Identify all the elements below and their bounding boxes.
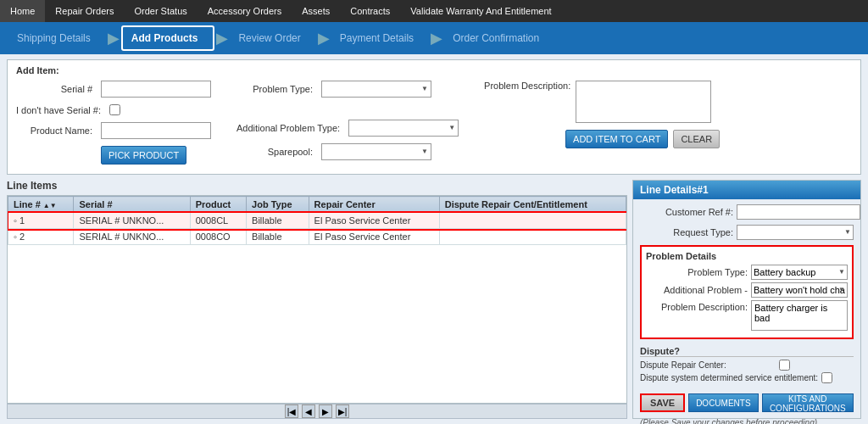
col-product: Product [190,197,246,213]
add-item-title: Add Item: [16,65,852,75]
line-items-table: Line # ▲▼ Serial # Product Job Type Repa… [8,196,626,245]
cell-serial: SERIAL # UNKNO... [74,213,190,229]
line-items-section: Line Items Line # ▲▼ Serial # Product Jo… [7,180,627,419]
detail-actions: SAVE DOCUMENTS KITS AND CONFIGURATIONS [640,393,854,412]
dispute-repair-checkbox[interactable] [779,360,790,371]
pd-additional-row: Additional Problem - Battery won't hold … [646,282,848,298]
cell-dispute [439,229,626,245]
product-name-input[interactable] [101,122,211,139]
table-row[interactable]: ◦ 2 SERIAL # UNKNO... 0008CO Billable El… [8,229,626,245]
dispute-title: Dispute? [640,346,854,357]
kits-button[interactable]: KITS AND CONFIGURATIONS [762,393,854,412]
pd-problem-type-select[interactable]: Battery backup [751,265,848,280]
line-items-table-container[interactable]: Line # ▲▼ Serial # Product Job Type Repa… [7,195,627,404]
no-serial-checkbox[interactable] [109,104,120,115]
cell-line: ◦ 2 [8,229,74,245]
dispute-repair-row: Dispute Repair Center: [640,360,854,371]
cell-serial: SERIAL # UNKNO... [74,229,190,245]
nav-validate-warranty[interactable]: Validate Warranty And Entitlement [400,0,561,22]
line-items-title: Line Items [7,180,627,192]
problem-desc-label: Problem Description: [484,81,570,91]
serial-input[interactable] [101,81,211,98]
top-navigation: Home Repair Orders Order Status Accessor… [0,0,868,22]
col-job-type: Job Type [247,197,309,213]
col-line: Line # ▲▼ [8,197,74,213]
cell-dispute [439,213,626,229]
additional-problem-select[interactable] [348,120,459,137]
col-serial: Serial # [74,197,190,213]
problem-desc-textarea[interactable] [576,81,711,123]
problem-type-select[interactable] [321,81,431,98]
sparepool-label: Sparepool: [236,147,313,157]
documents-button[interactable]: DOCUMENTS [688,393,758,412]
col-dispute: Dispute Repair Cent/Entitlement [439,197,626,213]
pd-desc-textarea[interactable]: Battery charger is bad [751,300,848,331]
request-type-select[interactable] [737,225,854,240]
nav-repair-orders[interactable]: Repair Orders [45,0,124,22]
sparepool-select[interactable] [321,143,431,160]
table-row[interactable]: ◦ 1 SERIAL # UNKNO... 0008CL Billable El… [8,213,626,229]
problem-type-label: Problem Type: [236,84,313,94]
nav-assets[interactable]: Assets [292,0,340,22]
pd-desc-label: Problem Description: [646,300,748,312]
sort-icon-line: ▲▼ [43,202,57,209]
cell-job-type: Billable [247,229,309,245]
wizard-arrow-4: ▶ [431,29,442,47]
nav-contracts[interactable]: Contracts [340,0,400,22]
request-type-label: Request Type: [640,227,733,237]
wizard-steps: Shipping Details ▶ Add Products ▶ Review… [0,22,868,54]
step-confirmation[interactable]: Order Confirmation [444,25,554,51]
col-repair-center: Repair Center [309,197,439,213]
cell-repair-center: El Paso Service Center [309,229,439,245]
no-serial-label: I don't have Serial #: [16,105,101,115]
step-shipping[interactable]: Shipping Details [8,25,106,51]
save-button[interactable]: SAVE [640,393,685,412]
save-note: (Please Save your changes before proceed… [640,418,854,424]
request-type-select-wrap [737,225,854,240]
step-add-products[interactable]: Add Products [121,25,215,51]
add-to-cart-button[interactable]: ADD ITEM TO CART [565,130,668,148]
step-payment[interactable]: Payment Details [331,25,429,51]
nav-order-status[interactable]: Order Status [124,0,197,22]
main-content: Add Item: Serial # I don't have Serial #… [0,54,868,424]
page-next[interactable]: ▶ [319,404,332,418]
dispute-repair-label: Dispute Repair Center: [640,360,776,370]
cell-job-type: Billable [247,213,309,229]
wizard-arrow-3: ▶ [318,29,330,47]
step-review-order[interactable]: Review Order [230,25,315,51]
page-first[interactable]: |◀ [285,404,298,418]
problem-details-title: Problem Details [646,251,848,261]
dispute-system-checkbox[interactable] [821,372,832,383]
product-name-label: Product Name: [16,126,92,136]
wizard-arrow-2: ▶ [216,29,228,47]
cell-repair-center: El Paso Service Center [309,213,439,229]
cell-product: 0008CL [190,213,246,229]
pd-additional-wrap: Battery won't hold charge [751,282,848,298]
wizard-arrow-1: ▶ [108,29,120,47]
customer-ref-row: Customer Ref #: [640,204,854,220]
line-details-section: Line Details#1 Customer Ref #: Request T… [632,180,861,419]
pd-additional-select[interactable]: Battery won't hold charge [751,282,848,298]
pick-product-button[interactable]: PICK PRODUCT [101,146,186,165]
dispute-system-label: Dispute system determined service entitl… [640,373,818,382]
additional-problem-label: Additional Problem Type: [236,123,340,133]
cell-product: 0008CO [190,229,246,245]
cell-line: ◦ 1 [8,213,74,229]
dispute-system-row: Dispute system determined service entitl… [640,372,854,383]
page-last[interactable]: ▶| [336,404,349,418]
bottom-section: Line Items Line # ▲▼ Serial # Product Jo… [7,180,861,419]
pd-problem-type-wrap: Battery backup [751,265,848,280]
nav-accessory-orders[interactable]: Accessory Orders [198,0,292,22]
nav-home[interactable]: Home [0,0,45,22]
request-type-row: Request Type: [640,225,854,240]
serial-label: Serial # [16,84,92,94]
clear-button[interactable]: CLEAR [673,130,720,148]
line-details-title: Line Details#1 [633,181,860,199]
problem-details-box: Problem Details Problem Type: Battery ba… [640,245,854,339]
pd-additional-label: Additional Problem - [646,285,748,295]
customer-ref-input[interactable] [737,204,860,220]
pd-desc-row: Problem Description: Battery charger is … [646,300,848,331]
page-prev[interactable]: ◀ [302,404,315,418]
add-item-section: Add Item: Serial # I don't have Serial #… [7,59,861,175]
pagination-bar: |◀ ◀ ▶ ▶| [7,404,627,419]
